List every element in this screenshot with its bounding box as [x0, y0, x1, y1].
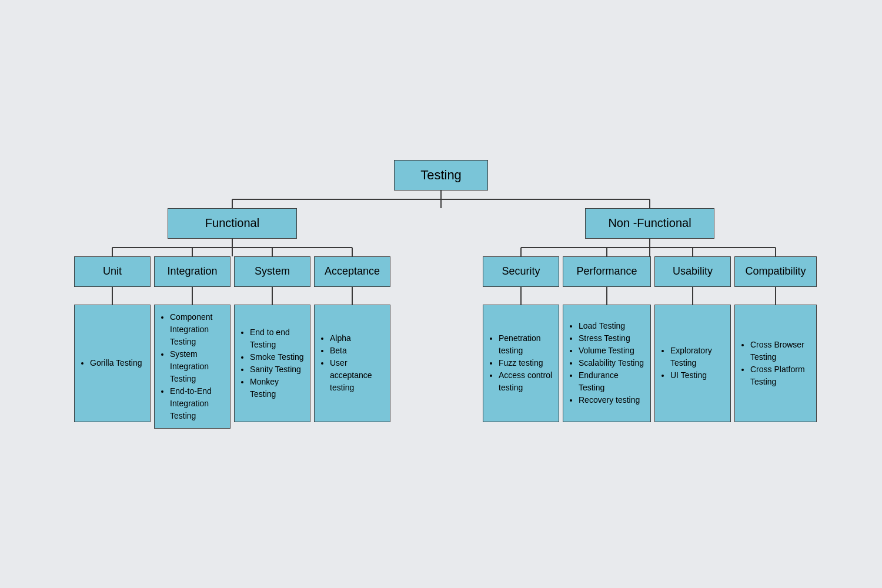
integration-label: Integration — [167, 265, 217, 278]
system-subtree: System End to end Testing Smoke Testing … — [234, 256, 310, 429]
compatibility-list: Cross Browser Testing Cross Platform Tes… — [741, 339, 810, 388]
integration-leaf: Component Integration Testing System Int… — [154, 305, 230, 429]
acceptance-leaf: Alpha Beta User acceptance testing — [314, 305, 390, 422]
unit-leaf: Gorilla Testing — [74, 305, 151, 422]
acceptance-subtree: Acceptance Alpha Beta User acceptance te… — [314, 256, 390, 429]
security-list: Penetration testing Fuzz testing Access … — [489, 332, 553, 394]
performance-label: Performance — [576, 265, 637, 278]
root-vline — [440, 191, 442, 208]
level1-row: Functional Unit Gorilla Testing — [24, 208, 858, 429]
performance-box: Performance — [563, 256, 651, 287]
root-box: Testing — [394, 160, 488, 191]
compatibility-box: Compatibility — [734, 256, 817, 287]
functional-label: Functional — [205, 216, 259, 230]
security-box: Security — [483, 256, 559, 287]
compatibility-leaf: Cross Browser Testing Cross Platform Tes… — [734, 305, 817, 422]
security-leaf: Penetration testing Fuzz testing Access … — [483, 305, 559, 422]
functional-subtree: Functional Unit Gorilla Testing — [24, 208, 441, 429]
nonfunctional-box: Non -Functional — [585, 208, 714, 239]
unit-list: Gorilla Testing — [81, 357, 142, 369]
root-label: Testing — [420, 168, 462, 183]
usability-subtree: Usability Exploratory Testing UI Testing — [654, 256, 731, 422]
usability-list: Exploratory Testing UI Testing — [661, 345, 724, 382]
unit-box: Unit — [74, 256, 151, 287]
acceptance-list: Alpha Beta User acceptance testing — [320, 332, 384, 394]
root-row: Testing — [24, 160, 858, 191]
usability-box: Usability — [654, 256, 731, 287]
integration-list: Component Integration Testing System Int… — [161, 311, 224, 422]
usability-label: Usability — [673, 265, 713, 278]
integration-box: Integration — [154, 256, 230, 287]
acceptance-label: Acceptance — [325, 265, 380, 278]
security-subtree: Security Penetration testing Fuzz testin… — [483, 256, 559, 422]
performance-list: Load Testing Stress Testing Volume Testi… — [569, 320, 644, 406]
unit-label: Unit — [103, 265, 122, 278]
performance-leaf: Load Testing Stress Testing Volume Testi… — [563, 305, 651, 422]
functional-box: Functional — [168, 208, 297, 239]
compatibility-subtree: Compatibility Cross Browser Testing Cros… — [734, 256, 817, 422]
performance-subtree: Performance Load Testing Stress Testing … — [563, 256, 651, 422]
acceptance-box: Acceptance — [314, 256, 390, 287]
nonfunctional-label: Non -Functional — [608, 216, 691, 230]
functional-vline — [232, 239, 233, 256]
system-label: System — [255, 265, 290, 278]
compatibility-label: Compatibility — [745, 265, 806, 278]
diagram: Testing Functional Unit — [24, 160, 858, 429]
system-box: System — [234, 256, 310, 287]
security-label: Security — [502, 265, 540, 278]
functional-children-row: Unit Gorilla Testing Integration — [74, 256, 390, 429]
system-list: End to end Testing Smoke Testing Sanity … — [240, 326, 304, 400]
unit-subtree: Unit Gorilla Testing — [74, 256, 151, 429]
nonfunctional-subtree: Non -Functional Security Penetration tes… — [441, 208, 858, 429]
usability-leaf: Exploratory Testing UI Testing — [654, 305, 731, 422]
integration-subtree: Integration Component Integration Testin… — [154, 256, 230, 429]
nonfunctional-children-row: Security Penetration testing Fuzz testin… — [483, 256, 817, 422]
system-leaf: End to end Testing Smoke Testing Sanity … — [234, 305, 310, 422]
